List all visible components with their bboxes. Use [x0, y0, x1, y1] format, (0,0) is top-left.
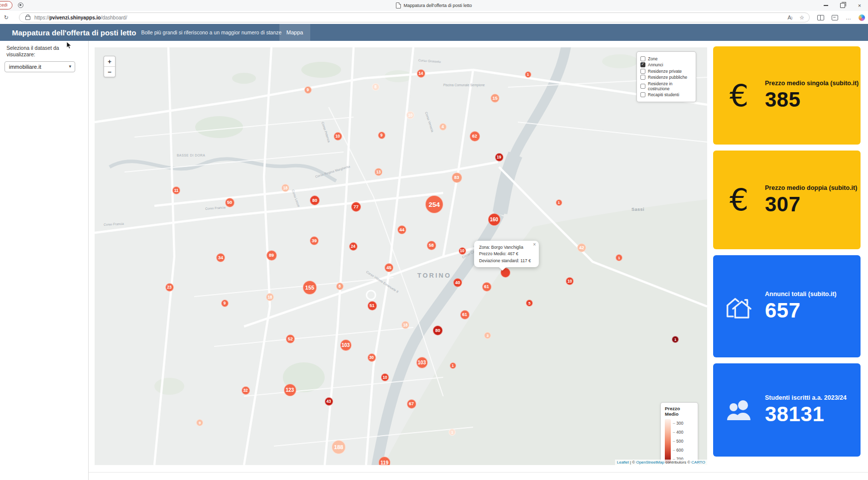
copilot-icon[interactable]: [859, 14, 865, 21]
favorites-icon[interactable]: ☆: [799, 15, 804, 20]
map-bubble[interactable]: 119: [378, 457, 390, 465]
map-canvas[interactable]: TORINOSassiBASSE DI DORAPiscina Comunale…: [95, 47, 707, 465]
map-bubble[interactable]: 67: [407, 399, 416, 409]
map-bubble[interactable]: 40: [453, 278, 462, 287]
attribution-link[interactable]: CARTO: [691, 460, 705, 465]
layer-item-residenze-private[interactable]: Residenze private: [640, 69, 692, 74]
close-button[interactable]: ×: [851, 0, 868, 11]
essentials-icon[interactable]: [832, 15, 838, 20]
more-icon[interactable]: …: [846, 15, 851, 20]
map-bubble[interactable]: 103: [416, 357, 428, 368]
map-bubble[interactable]: 24: [349, 242, 358, 251]
map-bubble[interactable]: 4: [439, 123, 447, 131]
map-bubble[interactable]: 9: [378, 132, 385, 139]
map-bubble[interactable]: 62: [470, 131, 480, 142]
browser-active-tab[interactable]: Mappatura dell'offerta di posti letto: [0, 0, 868, 11]
map-bubble[interactable]: 10: [381, 373, 389, 381]
unchecked-checkbox-icon[interactable]: [640, 75, 645, 80]
map-bubble[interactable]: 80: [310, 195, 320, 205]
map-bubble[interactable]: 52: [286, 334, 295, 343]
zoom-in-button[interactable]: +: [104, 56, 115, 67]
split-screen-icon[interactable]: [817, 15, 824, 20]
map-bubble[interactable]: 43: [325, 397, 333, 406]
map-bubble[interactable]: 1: [556, 199, 562, 206]
map-bubble[interactable]: 5: [526, 300, 533, 307]
map-bubble[interactable]: 77: [351, 202, 361, 212]
map-bubble[interactable]: 15: [491, 94, 499, 103]
map-bubble[interactable]: 10: [459, 247, 466, 255]
map-bubble[interactable]: 42: [577, 243, 586, 252]
map-bubble[interactable]: 8: [336, 283, 344, 290]
map-bubble[interactable]: 3: [484, 332, 491, 339]
map-bubble[interactable]: 103: [340, 339, 352, 351]
map-bubble[interactable]: 50: [225, 198, 235, 207]
map-bubble[interactable]: 18: [281, 184, 289, 192]
map-bubble[interactable]: 9: [196, 419, 203, 426]
checked-checkbox-icon[interactable]: [640, 62, 645, 67]
map-bubble[interactable]: 10: [566, 277, 574, 285]
map-bubble[interactable]: 32: [242, 386, 250, 395]
map-bubble[interactable]: 9: [221, 300, 229, 307]
map-bubble[interactable]: 80: [433, 325, 443, 335]
map-bubble[interactable]: 51: [368, 301, 377, 311]
zoom-out-button[interactable]: −: [104, 67, 115, 77]
dataset-select[interactable]: immobiliare.it: [4, 61, 75, 72]
map-bubble[interactable]: 18: [401, 321, 409, 329]
restore-button[interactable]: [834, 0, 851, 11]
map-bubble[interactable]: 11: [172, 186, 180, 194]
map-bubble[interactable]: 44: [397, 225, 406, 234]
map-bubble[interactable]: 83: [452, 172, 462, 183]
attribution-link[interactable]: Leaflet: [617, 460, 629, 465]
map-popup: Zona: Borgo VanchigliaPrezzo Medio: 467 …: [474, 241, 539, 267]
map-bubble[interactable]: 8: [372, 83, 379, 91]
map-bubble[interactable]: 1: [525, 71, 531, 78]
layer-item-residenze-in-costruzione[interactable]: Residenze in costruzione: [640, 81, 692, 91]
legend-tick: 500: [673, 439, 683, 444]
read-aloud-icon[interactable]: A): [787, 15, 792, 20]
map-place-label: Piscina Comunale Sempione: [443, 83, 485, 87]
map-bubble[interactable]: 1: [672, 336, 679, 343]
map-bubble[interactable]: 1: [449, 429, 456, 436]
layer-item-zone[interactable]: Zone: [640, 56, 692, 61]
map-bubble[interactable]: 61: [482, 282, 492, 292]
tab-mappa[interactable]: Mappa: [279, 24, 310, 41]
map-bubble[interactable]: 30: [368, 353, 376, 362]
map-bubble[interactable]: 18: [266, 293, 274, 301]
layers-control: ZoneAnnunciResidenze privateResidenze pu…: [636, 51, 696, 102]
unchecked-checkbox-icon[interactable]: [640, 92, 645, 97]
map-bubble[interactable]: 1: [616, 254, 622, 261]
map-bubble[interactable]: 254: [425, 195, 443, 213]
map-bubble[interactable]: 19: [495, 153, 503, 161]
map-bubble[interactable]: 188: [332, 440, 346, 454]
layer-item-annunci[interactable]: Annunci: [640, 62, 692, 67]
map-bubble[interactable]: 10: [406, 111, 414, 119]
unchecked-checkbox-icon[interactable]: [640, 56, 645, 61]
popup-close-icon[interactable]: ×: [533, 242, 536, 247]
map-bubble[interactable]: 13: [374, 168, 382, 176]
map-bubble[interactable]: 61: [460, 310, 470, 320]
map-bubble[interactable]: 23: [165, 283, 174, 292]
map-bubble[interactable]: 89: [266, 250, 277, 261]
refresh-icon[interactable]: ↻: [4, 15, 8, 20]
map-bubble[interactable]: 45: [384, 263, 393, 272]
map-bubble[interactable]: 58: [427, 241, 436, 250]
map-bubble[interactable]: 1: [450, 362, 456, 369]
page-subtitle: Bolle più grandi si riferiscono a un mag…: [141, 29, 281, 35]
map-bubble[interactable]: 34: [216, 253, 225, 262]
unchecked-checkbox-icon[interactable]: [640, 84, 645, 89]
layer-item-recapiti-studenti[interactable]: Recapiti studenti: [640, 92, 692, 97]
map-bubble[interactable]: 160: [488, 213, 500, 226]
unchecked-checkbox-icon[interactable]: [640, 69, 645, 74]
address-bar[interactable]: https://pvivenzi.shinyapps.io/dashboard/…: [19, 12, 810, 22]
layer-item-residenze-pubbliche[interactable]: Residenze pubbliche: [640, 75, 692, 80]
map-bubble[interactable]: 155: [303, 281, 317, 295]
map-bubble[interactable]: 9: [304, 86, 312, 94]
map-bubble[interactable]: 123: [284, 384, 296, 396]
map-bubble[interactable]: 10: [334, 132, 342, 141]
minimize-button[interactable]: [817, 0, 834, 11]
map-bubble[interactable]: 39: [310, 236, 319, 245]
tab-title: Mappatura dell'offerta di posti letto: [403, 3, 472, 8]
layer-label: Recapiti studenti: [648, 92, 679, 97]
attribution-link[interactable]: OpenStreetMap: [636, 460, 664, 465]
map-bubble[interactable]: 14: [417, 69, 425, 78]
